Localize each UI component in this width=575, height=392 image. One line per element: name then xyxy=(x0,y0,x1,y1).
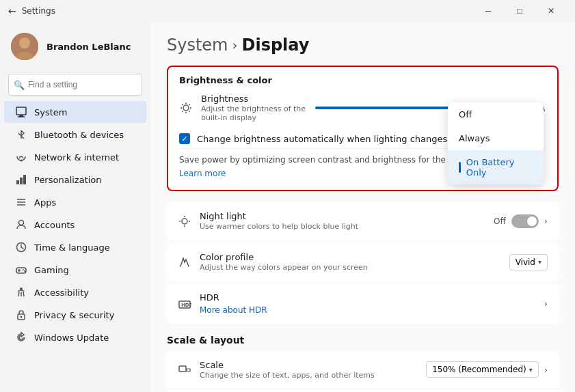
back-icon[interactable]: ← xyxy=(8,5,16,16)
svg-rect-9 xyxy=(23,175,26,184)
dropdown-always[interactable]: Always xyxy=(448,126,544,150)
privacy-icon xyxy=(15,309,27,321)
night-light-item: Night light Use warmer colors to help bl… xyxy=(167,202,559,240)
scale-icon xyxy=(178,363,191,376)
scale-layout-card: Scale Change the size of text, apps, and… xyxy=(167,351,559,392)
avatar-image xyxy=(11,33,38,60)
sidebar-item-accounts[interactable]: Accounts xyxy=(4,214,146,236)
toggle-thumb xyxy=(527,216,537,226)
svg-rect-7 xyxy=(16,180,19,184)
sidebar-item-system[interactable]: System xyxy=(4,101,146,123)
minimize-button[interactable]: ─ xyxy=(472,0,504,22)
svg-point-23 xyxy=(183,105,189,111)
accessibility-icon xyxy=(15,286,27,298)
dropdown-off[interactable]: Off xyxy=(448,102,544,126)
sidebar-item-time[interactable]: Time & language xyxy=(4,236,146,258)
checkmark-icon: ✓ xyxy=(181,135,187,143)
maximize-button[interactable]: □ xyxy=(504,0,535,22)
night-light-text: Night light Use warmer colors to help bl… xyxy=(200,211,485,231)
sidebar-item-gaming[interactable]: Gaming xyxy=(4,259,146,281)
scale-arrow-icon[interactable]: › xyxy=(544,365,548,375)
hdr-card: HDR HDR More about HDR › xyxy=(167,284,559,324)
color-profile-icon xyxy=(178,255,191,269)
apps-icon xyxy=(15,196,27,208)
svg-point-22 xyxy=(21,316,23,318)
bluetooth-icon xyxy=(15,128,27,141)
sidebar-label-personalization: Personalization xyxy=(34,175,102,185)
sidebar-label-accounts: Accounts xyxy=(34,220,75,230)
update-icon xyxy=(15,331,27,344)
svg-point-19 xyxy=(24,270,25,272)
breadcrumb-current: Display xyxy=(242,36,310,55)
color-profile-chevron-icon: ▾ xyxy=(538,258,541,266)
svg-point-32 xyxy=(182,219,187,224)
svg-rect-8 xyxy=(20,178,23,184)
color-profile-value: Vivid xyxy=(516,257,535,267)
night-light-chevron-icon[interactable]: › xyxy=(544,216,548,226)
scale-text: Scale Change the size of text, apps, and… xyxy=(200,360,418,380)
sidebar-label-network: Network & internet xyxy=(34,152,119,163)
search-box: 🔍 xyxy=(8,74,142,96)
sidebar: Brandon LeBlanc 🔍 System Bluetooth & dev… xyxy=(0,22,150,392)
sidebar-label-accessibility: Accessibility xyxy=(34,288,89,298)
breadcrumb-parent: System xyxy=(167,36,228,55)
sidebar-item-apps[interactable]: Apps xyxy=(4,191,146,213)
app-title: Settings xyxy=(22,6,55,16)
brightness-dropdown: Off Always On Battery Only xyxy=(448,102,544,184)
night-light-status: Off xyxy=(494,216,506,226)
sidebar-item-bluetooth[interactable]: Bluetooth & devices xyxy=(4,124,146,145)
color-profile-select[interactable]: Vivid ▾ xyxy=(509,254,548,270)
scale-control: 150% (Recommended) ▾ › xyxy=(426,361,548,378)
color-profile-desc: Adjust the way colors appear on your scr… xyxy=(200,263,501,272)
sidebar-nav: System Bluetooth & devices Network & int… xyxy=(0,101,150,348)
night-light-toggle[interactable] xyxy=(511,214,539,228)
close-button[interactable]: ✕ xyxy=(535,0,567,22)
titlebar-controls: ─ □ ✕ xyxy=(472,0,567,22)
svg-line-28 xyxy=(182,104,183,104)
app-body: Brandon LeBlanc 🔍 System Bluetooth & dev… xyxy=(0,22,575,392)
night-light-label: Night light xyxy=(200,211,485,221)
svg-line-29 xyxy=(189,111,189,111)
night-light-control: Off › xyxy=(494,214,548,228)
color-profile-text: Color profile Adjust the way colors appe… xyxy=(200,252,501,272)
scale-layout-title: Scale & layout xyxy=(167,335,559,346)
color-profile-label: Color profile xyxy=(200,252,501,262)
brightness-icon xyxy=(179,101,193,115)
search-icon: 🔍 xyxy=(14,80,25,90)
sidebar-item-accessibility[interactable]: Accessibility xyxy=(4,281,146,303)
svg-line-30 xyxy=(189,104,189,104)
breadcrumb-sep: › xyxy=(232,37,238,53)
brightness-card: Brightness & color Brightness Adjust the… xyxy=(167,66,559,191)
sidebar-item-privacy[interactable]: Privacy & security xyxy=(4,304,146,326)
night-light-card: Night light Use warmer colors to help bl… xyxy=(167,202,559,240)
hdr-chevron-icon[interactable]: › xyxy=(544,298,548,309)
svg-point-18 xyxy=(23,269,24,270)
titlebar: ← Settings ─ □ ✕ xyxy=(0,0,575,22)
network-icon xyxy=(15,151,27,163)
sidebar-item-personalization[interactable]: Personalization xyxy=(4,169,146,191)
sidebar-label-gaming: Gaming xyxy=(34,265,69,275)
svg-point-1 xyxy=(19,38,30,48)
accounts-icon xyxy=(15,219,27,231)
sidebar-label-system: System xyxy=(34,107,67,117)
auto-brightness-checkbox[interactable]: ✓ xyxy=(179,133,190,144)
scale-select[interactable]: 150% (Recommended) ▾ xyxy=(426,361,539,378)
dropdown-battery[interactable]: On Battery Only xyxy=(448,150,544,184)
dropdown-selected-indicator xyxy=(459,162,461,173)
scale-item: Scale Change the size of text, apps, and… xyxy=(167,351,559,389)
sidebar-item-network[interactable]: Network & internet xyxy=(4,146,146,168)
learn-more-link[interactable]: Learn more xyxy=(179,169,226,178)
sidebar-label-bluetooth: Bluetooth & devices xyxy=(34,130,124,140)
personalization-icon xyxy=(15,173,27,186)
time-icon xyxy=(15,241,27,253)
hdr-text: HDR More about HDR xyxy=(200,292,536,316)
svg-rect-40 xyxy=(187,369,190,372)
hdr-label: HDR xyxy=(200,292,536,303)
hdr-item[interactable]: HDR HDR More about HDR › xyxy=(167,284,559,324)
search-input[interactable] xyxy=(8,74,142,96)
night-light-desc: Use warmer colors to help block blue lig… xyxy=(200,222,485,231)
sidebar-item-update[interactable]: Windows Update xyxy=(4,326,146,348)
auto-brightness-label: Change brightness automatically when lig… xyxy=(197,134,447,144)
color-profile-control: Vivid ▾ xyxy=(509,254,548,270)
hdr-more-link[interactable]: More about HDR xyxy=(200,305,267,315)
